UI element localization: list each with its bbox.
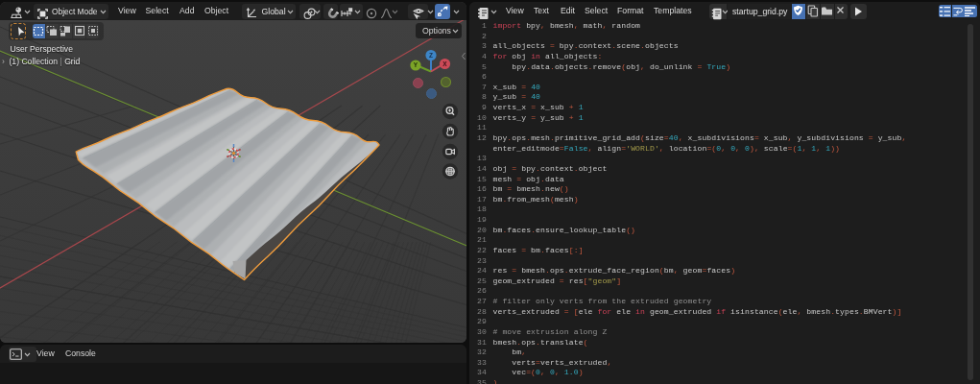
svg-text:Y: Y bbox=[414, 61, 418, 68]
svg-text:Z: Z bbox=[429, 52, 433, 59]
svg-text:X: X bbox=[442, 60, 447, 67]
